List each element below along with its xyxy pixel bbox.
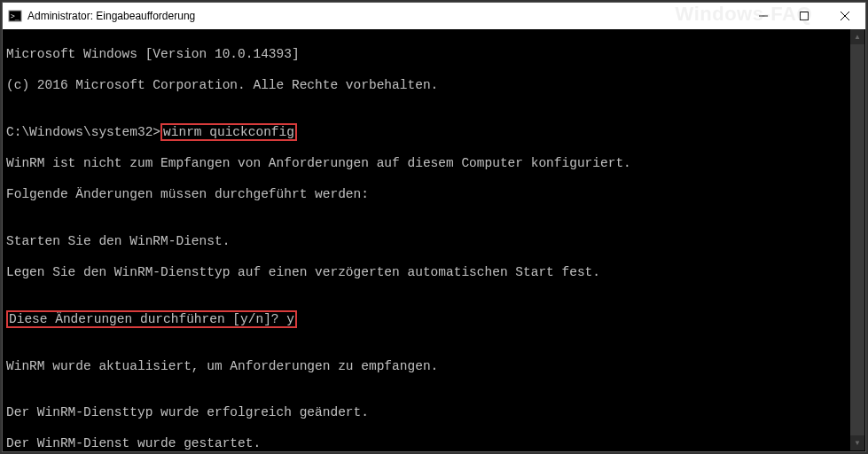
scrollbar-thumb[interactable]: [850, 44, 864, 435]
svg-rect-3: [801, 12, 809, 20]
scroll-up-button[interactable]: ▲: [850, 29, 864, 44]
output-line: WinRM ist nicht zum Empfangen von Anford…: [6, 156, 862, 172]
prompt: C:\Windows\system32>: [6, 125, 160, 139]
output-line: Legen Sie den WinRM-Diensttyp auf einen …: [6, 265, 862, 281]
output-line: (c) 2016 Microsoft Corporation. Alle Rec…: [6, 78, 862, 94]
output-line: WinRM wurde aktualisiert, um Anforderung…: [6, 359, 862, 375]
titlebar[interactable]: >_ Administrator: Eingabeaufforderung: [3, 3, 865, 29]
window-title: Administrator: Eingabeaufforderung: [27, 10, 195, 22]
output-line: Der WinRM-Dienst wurde gestartet.: [6, 436, 862, 451]
output-line: Microsoft Windows [Version 10.0.14393]: [6, 47, 862, 63]
maximize-button[interactable]: [784, 3, 825, 29]
terminal-output[interactable]: Microsoft Windows [Version 10.0.14393] (…: [3, 29, 865, 451]
output-line: C:\Windows\system32>winrm quickconfig: [6, 124, 862, 141]
highlighted-command: winrm quickconfig: [160, 123, 297, 141]
cmd-icon: >_: [8, 9, 22, 23]
close-button[interactable]: [825, 3, 865, 29]
output-line: Starten Sie den WinRM-Dienst.: [6, 234, 862, 250]
minimize-button[interactable]: [743, 3, 784, 29]
svg-text:>_: >_: [11, 12, 20, 20]
output-line: Folgende Änderungen müssen durchgeführt …: [6, 187, 862, 203]
output-line: Der WinRM-Diensttyp wurde erfolgreich ge…: [6, 405, 862, 421]
scroll-down-button[interactable]: ▼: [850, 435, 864, 450]
scrollbar[interactable]: ▲ ▼: [850, 29, 864, 450]
command-prompt-window: >_ Administrator: Eingabeaufforderung Mi…: [2, 2, 866, 452]
output-line: Diese Änderungen durchführen [y/n]? y: [6, 311, 862, 328]
highlighted-prompt: Diese Änderungen durchführen [y/n]? y: [6, 310, 297, 328]
